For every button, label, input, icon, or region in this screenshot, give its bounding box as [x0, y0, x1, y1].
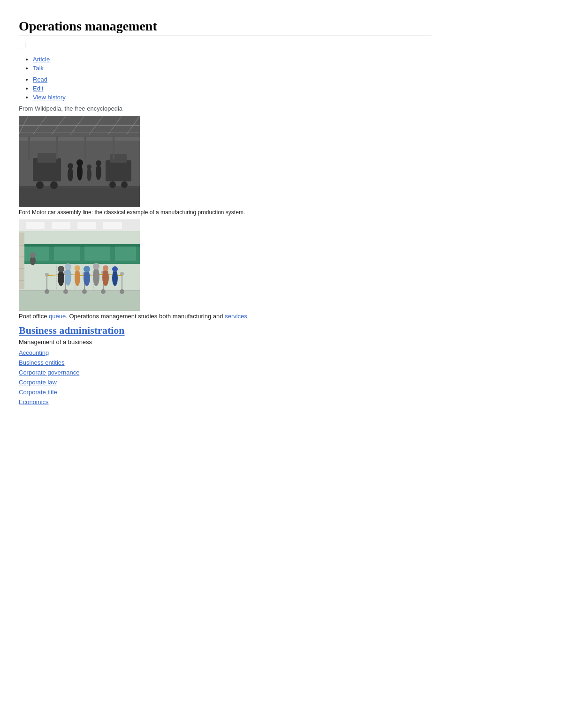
related-links-list: Accounting Business entities Corporate g…: [19, 349, 432, 405]
svg-point-15: [50, 181, 58, 189]
svg-rect-32: [113, 136, 114, 159]
svg-point-20: [87, 168, 91, 181]
queue-link[interactable]: queue: [49, 313, 66, 320]
svg-point-22: [96, 164, 101, 180]
svg-rect-38: [103, 222, 122, 229]
svg-point-52: [45, 289, 49, 294]
business-entities-link[interactable]: Business entities: [19, 359, 432, 366]
economics-link[interactable]: Economics: [19, 398, 432, 405]
svg-rect-13: [38, 153, 56, 163]
page-title: Operations management: [19, 19, 432, 36]
nav-item-article[interactable]: Article: [33, 56, 432, 63]
svg-point-19: [76, 159, 83, 166]
nav-item-talk[interactable]: Talk: [33, 65, 432, 72]
from-wikipedia-text: From Wikipedia, the free encyclopedia: [19, 105, 432, 112]
postoffice-image-block: Post office queue. Operations management…: [19, 219, 432, 320]
svg-point-21: [87, 165, 91, 169]
svg-point-17: [68, 163, 73, 169]
svg-point-80: [103, 265, 108, 271]
svg-point-23: [96, 160, 101, 166]
assembly-image-caption: Ford Motor car assembly line: the classi…: [19, 209, 253, 216]
svg-point-69: [58, 270, 64, 286]
svg-rect-35: [26, 222, 45, 229]
svg-point-71: [65, 268, 71, 285]
business-admin-title-link[interactable]: Business administration: [19, 324, 432, 337]
svg-rect-37: [77, 222, 96, 229]
services-link[interactable]: services: [225, 313, 247, 320]
accounting-link[interactable]: Accounting: [19, 349, 432, 356]
post-office-image: [19, 219, 140, 311]
management-description: Management of a business: [19, 338, 432, 345]
svg-point-74: [75, 265, 80, 271]
assembly-line-image: [19, 116, 140, 207]
caption-middle: . Operations management studies both man…: [66, 313, 225, 320]
post-office-caption: Post office queue. Operations management…: [19, 313, 432, 320]
svg-point-18: [77, 164, 83, 180]
svg-point-84: [30, 252, 36, 258]
svg-rect-44: [54, 247, 80, 261]
svg-point-63: [120, 272, 124, 276]
checkbox[interactable]: [19, 42, 25, 48]
svg-point-82: [112, 266, 118, 272]
business-admin-section: Business administration Management of a …: [19, 324, 432, 405]
svg-point-51: [45, 273, 49, 277]
assembly-image-block: Ford Motor car assembly line: the classi…: [19, 116, 432, 216]
svg-point-76: [84, 266, 90, 272]
nav-item-view-history[interactable]: View history: [33, 94, 432, 101]
svg-point-70: [58, 266, 64, 272]
svg-point-55: [63, 289, 68, 294]
nav-list-1: Article Talk: [33, 56, 432, 72]
svg-point-78: [93, 263, 99, 270]
svg-rect-29: [28, 136, 30, 159]
svg-point-81: [112, 270, 118, 286]
article-link[interactable]: Article: [33, 56, 50, 63]
svg-point-16: [68, 167, 73, 181]
nav-list-2: Read Edit View history: [33, 76, 432, 101]
nav-section-2: Read Edit View history: [19, 76, 432, 101]
svg-rect-28: [19, 137, 140, 141]
svg-point-79: [102, 269, 109, 286]
svg-point-26: [109, 181, 116, 188]
corporate-law-link[interactable]: Corporate law: [19, 379, 432, 386]
nav-item-edit[interactable]: Edit: [33, 85, 432, 92]
svg-rect-43: [23, 247, 49, 261]
talk-link[interactable]: Talk: [33, 65, 44, 72]
nav-item-read[interactable]: Read: [33, 76, 432, 83]
corporate-governance-link[interactable]: Corporate governance: [19, 369, 432, 376]
svg-point-58: [82, 289, 87, 294]
svg-point-61: [101, 289, 106, 294]
corporate-title-link[interactable]: Corporate title: [19, 389, 432, 396]
svg-point-75: [84, 270, 90, 286]
nav-section-1: Article Talk: [19, 56, 432, 72]
svg-point-73: [75, 269, 80, 286]
caption-end: .: [247, 313, 249, 320]
svg-point-72: [65, 263, 71, 270]
svg-point-64: [120, 289, 124, 294]
svg-rect-30: [56, 136, 58, 159]
read-link[interactable]: Read: [33, 76, 47, 83]
svg-rect-45: [84, 247, 110, 261]
svg-rect-10: [19, 186, 140, 207]
svg-rect-31: [84, 136, 86, 159]
caption-prefix: Post office: [19, 313, 49, 320]
svg-rect-36: [52, 222, 70, 229]
edit-link[interactable]: Edit: [33, 85, 43, 92]
svg-point-27: [121, 181, 128, 188]
svg-rect-24: [106, 160, 131, 181]
svg-point-14: [36, 181, 44, 189]
view-history-link[interactable]: View history: [33, 94, 66, 101]
svg-point-77: [93, 267, 99, 286]
svg-rect-46: [115, 247, 136, 261]
